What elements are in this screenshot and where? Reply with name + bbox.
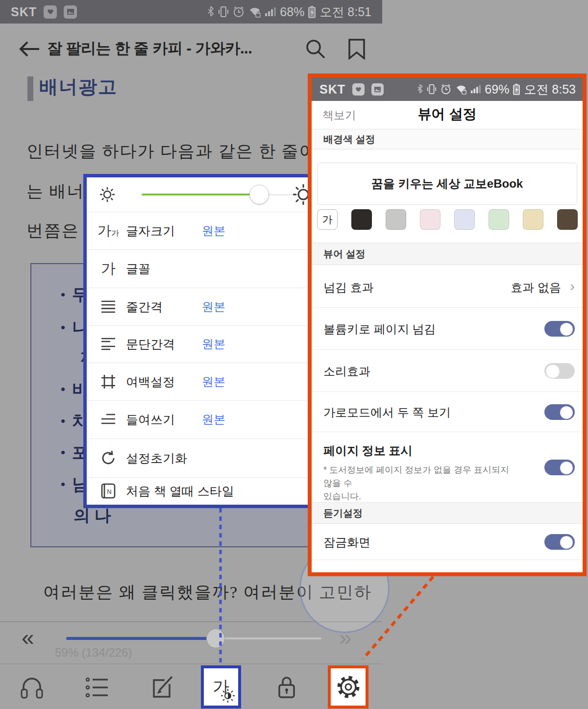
status-icons: 68% 오전 8:51 xyxy=(207,0,371,24)
swatch-green[interactable] xyxy=(489,209,509,230)
setting-row-lock-screen[interactable]: 잠금화면 xyxy=(312,524,583,560)
brightness-knob[interactable] xyxy=(249,185,269,204)
two-page-toggle[interactable] xyxy=(544,404,575,420)
swatch-pink[interactable] xyxy=(420,209,441,230)
bullet-icon: • xyxy=(61,382,65,396)
swatch-black[interactable] xyxy=(351,209,372,230)
menu-item-margins[interactable]: 여백설정원본 xyxy=(87,363,310,400)
carrier-label: SKT xyxy=(11,5,37,19)
clock-label: 오전 8:51 xyxy=(319,4,371,20)
setting-row-sound-effect[interactable]: 소리효과 xyxy=(312,350,583,392)
notification-app-icon xyxy=(352,83,365,96)
page-info-note: * 도서정보에 페이지 정보가 없을 경우 표시되지 않을 수 있습니다. xyxy=(323,464,519,503)
bluetooth-icon xyxy=(416,83,423,95)
page-title: 잘 팔리는 한 줄 카피 - 가와카... xyxy=(47,38,252,59)
chapter-marker-bar xyxy=(27,76,33,101)
reset-link[interactable]: 원본 xyxy=(202,336,225,352)
picture-icon xyxy=(67,8,74,16)
chapter-heading: 배너광고 xyxy=(39,74,118,99)
heart-icon xyxy=(355,86,362,93)
menu-item-font-face[interactable]: 가 글꼴 xyxy=(87,249,310,288)
menu-item-line-spacing[interactable]: 줄간격원본 xyxy=(87,288,310,325)
signal-icon xyxy=(265,5,276,18)
bluetooth-icon xyxy=(207,5,215,18)
menu-item-font-size[interactable]: 가가 글자크기원본 xyxy=(87,212,310,249)
setting-row-two-page[interactable]: 가로모드에서 두 쪽 보기 xyxy=(312,392,583,432)
battery-percent: 68% xyxy=(280,5,304,19)
battery-icon xyxy=(308,5,316,19)
notification-app-icon xyxy=(44,5,57,19)
note-edit-icon[interactable] xyxy=(150,674,175,700)
swatch-gray[interactable] xyxy=(386,209,406,230)
body-text-line: 는 배너 xyxy=(26,180,85,203)
swatch-white[interactable]: 가 xyxy=(317,209,338,230)
line-spacing-icon xyxy=(98,296,119,318)
page-info-toggle[interactable] xyxy=(544,460,575,475)
volume-key-toggle[interactable] xyxy=(544,321,575,337)
font-brightness-icon: 가 xyxy=(213,676,229,698)
chevron-right-icon: › xyxy=(570,278,575,294)
text-settings-popup: 가가 글자크기원본 가 글꼴 줄간격원본 문단간격원본 여백설 xyxy=(83,174,314,508)
flip-effect-value: 효과 없음 xyxy=(511,280,561,295)
battery-icon xyxy=(513,83,520,96)
toc-list-icon[interactable] xyxy=(84,675,110,701)
battery-percent: 69% xyxy=(485,82,509,97)
screen: SKT 68% 오전 8:51 잘 팔리는 한 줄 카피 - 가와카... 배너… xyxy=(0,0,588,709)
gear-icon xyxy=(335,673,362,701)
tts-headphones-icon[interactable] xyxy=(19,674,45,700)
sound-effect-toggle[interactable] xyxy=(544,363,575,379)
setting-row-flip-effect[interactable]: 넘김 효과 효과 없음 › xyxy=(312,265,583,308)
lock-rotation-icon[interactable] xyxy=(274,674,299,700)
bullet-icon: • xyxy=(61,477,65,491)
search-icon[interactable] xyxy=(304,37,327,61)
clock-label: 오전 8:53 xyxy=(524,81,576,98)
carrier-label: SKT xyxy=(319,82,345,97)
menu-item-indent[interactable]: 들여쓰기원본 xyxy=(87,400,310,439)
reset-link[interactable]: 원본 xyxy=(202,299,225,315)
section-background-color: 배경색 설정 xyxy=(312,129,583,149)
menu-item-default-style[interactable]: N 처음 책 열때 스타일 xyxy=(87,477,310,505)
progress-track-filled[interactable] xyxy=(66,637,216,640)
font-settings-highlight-box[interactable]: 가 xyxy=(201,665,241,709)
reset-link[interactable]: 원본 xyxy=(202,223,225,239)
setting-row-volume-key[interactable]: 볼륨키로 페이지 넘김 xyxy=(312,308,583,350)
bullet-icon: • xyxy=(61,414,65,428)
progress-label: 59% (134/226) xyxy=(55,646,132,660)
reset-link[interactable]: 원본 xyxy=(202,374,225,390)
brightness-row xyxy=(87,177,310,212)
body-text-line: 번쯤은 xyxy=(26,220,79,242)
menu-item-paragraph-spacing[interactable]: 문단간격원본 xyxy=(87,325,310,363)
vibrate-icon xyxy=(427,83,437,95)
reset-icon xyxy=(98,447,119,469)
status-bar: SKT 69% 오전 8:53 xyxy=(312,77,583,101)
book-style-icon: N xyxy=(98,480,119,502)
bullet-icon: • xyxy=(61,288,65,302)
swatch-cream[interactable] xyxy=(523,209,543,230)
reset-link[interactable]: 원본 xyxy=(202,412,225,427)
menu-item-reset-settings[interactable]: 설정초기화 xyxy=(87,439,310,477)
indent-icon xyxy=(98,409,119,430)
viewer-settings-panel: SKT 69% 오전 8:53 책보기 뷰어 설정 배경색 설정 꿈을 키우는 … xyxy=(308,73,587,576)
body-text-line: 인터넷을 하다가 다음과 같은 한 줄이 스 xyxy=(26,140,340,163)
progress-knob[interactable] xyxy=(206,629,225,648)
background-preview: 꿈을 키우는 세상 교보eBook xyxy=(317,163,577,205)
swatch-brown[interactable] xyxy=(557,209,578,230)
status-icons: 69% 오전 8:53 xyxy=(416,77,576,101)
alarm-icon xyxy=(232,5,245,18)
divider xyxy=(0,663,382,664)
bookmark-icon[interactable] xyxy=(348,38,366,60)
chevron-double-left-icon[interactable]: « xyxy=(22,626,34,649)
vibrate-icon xyxy=(218,5,229,18)
back-icon[interactable] xyxy=(17,39,42,59)
progress-track-rest[interactable] xyxy=(216,637,321,639)
setting-row-page-info[interactable]: 페이지 정보 표시 * 도서정보에 페이지 정보가 없을 경우 표시되지 않을 … xyxy=(312,432,583,502)
lock-screen-toggle[interactable] xyxy=(544,534,575,550)
alarm-icon xyxy=(440,83,452,95)
signal-icon xyxy=(470,83,481,95)
bullet-icon: • xyxy=(61,445,65,460)
panel-title: 뷰어 설정 xyxy=(312,105,583,123)
swatch-lavender[interactable] xyxy=(454,209,475,230)
screenshot-notification-icon xyxy=(371,83,384,96)
viewer-settings-highlight-box[interactable] xyxy=(328,665,368,709)
margins-icon xyxy=(98,371,119,392)
